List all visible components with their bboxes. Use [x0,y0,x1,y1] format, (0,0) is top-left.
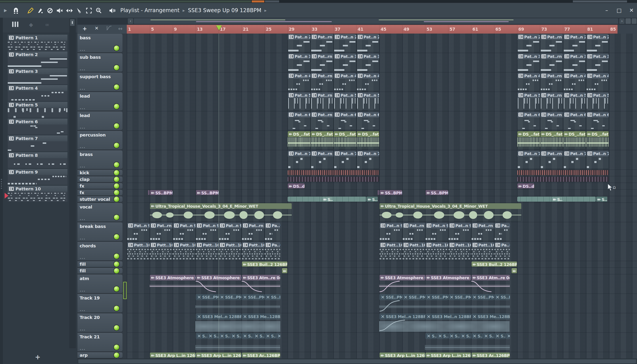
track-options-dots[interactable]: ... [80,307,86,312]
track-mute-led[interactable] [113,324,120,331]
zoom-magnifier-icon[interactable] [94,7,104,14]
pattern-item-header[interactable]: Pattern 2 [8,52,68,58]
playlist-lane[interactable]: ×SSE..PM×SSE..PM×SSE..PM×SS..M×SSE..PM×S… [127,294,637,313]
playlist-clip[interactable]: Pat..rn 4 [311,73,333,91]
playlist-clip[interactable]: ×SSE..PM [219,294,242,300]
playlist-clip[interactable]: × [506,333,510,339]
track-header-support-bass[interactable]: support bass... [77,73,123,91]
pattern-preview[interactable] [8,124,68,134]
playlist-clip[interactable]: ×SSE3 Me..128BPM [472,314,510,320]
playlist-clip[interactable]: Pat..n 3 [563,54,586,71]
playlist-clip[interactable]: Pat..n 5 [517,92,540,110]
pattern-preview[interactable] [8,91,68,101]
track-header-track-19[interactable]: Track 19... [77,294,123,312]
track-header-break-bass[interactable]: break bass... [77,222,123,241]
playlist-clip[interactable]: Pat..rn 9 [472,223,494,240]
playlist-clip[interactable]: ×S.. [426,333,437,339]
close-button[interactable]: ✕ [628,7,635,14]
link-icon[interactable]: ∞ [45,22,49,28]
track-mute-led[interactable] [113,261,120,268]
playlist-clip[interactable]: ×SS..M [265,294,280,300]
track-header-lead[interactable]: lead... [77,112,123,130]
playlist-lane[interactable] [127,170,637,176]
paint-brush-icon[interactable] [35,7,45,14]
add-track-button[interactable]: + [83,26,87,32]
playlist-lane[interactable]: Pat..n 5Pat..rn 5Pat..n 5Pat..n 5Pat..n … [127,92,637,111]
playlist-clip[interactable]: S.. [322,196,333,202]
playlist-clip[interactable]: Pat..n 7 [357,151,379,168]
playlist-clip[interactable]: ×SSE..PM [242,294,265,300]
playlist-clip[interactable]: SSE3 Atmosphere 0 [379,275,425,280]
track-mute-led[interactable] [113,183,120,189]
track-header-fill[interactable]: fill [77,268,123,274]
playlist-clip[interactable]: Pat..n 2 [563,34,586,52]
playlist-clip[interactable]: DS..d [517,183,534,188]
playlist-clip[interactable]: Pat..n 6 [334,112,356,130]
playlist-clip[interactable]: Pat..rn 4 [540,73,563,91]
track-header-arp[interactable]: arp [77,352,123,358]
playlist-clip[interactable]: ×S.. [494,333,505,339]
track-mute-led[interactable] [113,234,120,240]
performance-selection-rect[interactable] [123,282,127,299]
playlist-clip[interactable]: Pat..n 6 [517,112,540,130]
pattern-item-header[interactable]: Pattern 7 [8,136,68,141]
playlist-horizontal-minimap-scrollbar[interactable]: ‹ › [77,18,637,25]
playlist-clip[interactable]: ×S.. [483,333,494,339]
pattern-item-header[interactable]: Pattern 8 [8,152,68,158]
playlist-clip[interactable]: ×S.. [472,333,483,339]
track-header-bass[interactable]: bass... [77,34,123,52]
playlist-lane[interactable]: SSE3 Arp L..in 126BSSE3 Arp L..in 126BSS… [127,352,637,359]
playlist-clip[interactable]: Pat..n 2 [517,34,540,52]
playlist-clip[interactable]: Pat..rn 5 [540,92,563,110]
playlist-clip[interactable]: Patt..10 [449,242,471,260]
track-options-dots[interactable]: ... [80,164,86,168]
playlist-clip[interactable]: Pat..n 5 [586,92,609,110]
playlist-clip[interactable]: Pat..rn 3 [311,54,333,71]
playlist-clip[interactable]: ×S.. [231,333,242,339]
pattern-item-header[interactable]: Pattern 3 [8,68,68,74]
playlist-clip[interactable]: DS_..fat [563,131,586,149]
playlist-clip[interactable]: DS_..fat [540,131,563,149]
track-options-dots[interactable]: ... [80,255,86,260]
playback-speaker-icon[interactable] [107,7,117,14]
playlist-clip[interactable]: Patt..10 [196,242,219,260]
playlist-clip[interactable]: ×S.. [207,333,219,339]
playlist-clip[interactable]: Pat..n 4 [357,73,379,91]
track-header-brass[interactable]: brass... [77,150,123,169]
playlist-lane[interactable]: SSE3 Atmosphere 0SSE3 Atmosphere 0SSE3 A… [127,274,637,294]
playlist-clip[interactable]: ×S.. [449,333,460,339]
playlist-clip[interactable]: Pat..rn 6 [540,112,563,130]
playlist-clip[interactable]: Pat..n 3 [334,54,356,71]
playlist-clip[interactable]: Pat..n 5 [563,92,586,110]
playlist-clip[interactable]: SSE3 Arp L..in 126B [150,352,195,358]
playlist-clip[interactable] [517,177,609,182]
playlist-clip[interactable]: Pat..rn 2 [540,34,563,52]
playlist-clip[interactable]: Pat..n 5 [357,92,379,110]
track-mute-led[interactable] [113,45,120,52]
track-header-vocal[interactable]: vocal... [77,203,123,222]
track-header-track-20[interactable]: Track 20... [77,314,123,332]
stretch-tool-icon[interactable]: ↔ [118,26,123,32]
track-options-dots[interactable]: ... [80,346,86,351]
playlist-clip[interactable]: DS_..fat [586,131,609,149]
playlist-clip[interactable]: Pat..n 4 [563,73,586,91]
pattern-list-scrollbar[interactable] [69,18,76,348]
playlist-bottom-scrollbar[interactable] [77,358,637,364]
step-grid-icon[interactable] [12,22,19,27]
playlist-clip[interactable]: SSE3 Atmosphere 0 [426,275,471,280]
track-header-atm[interactable]: atm... [77,274,123,293]
playlist-clip[interactable]: ×SSE..PM [449,294,471,300]
track-mute-led[interactable] [113,176,120,183]
playlist-lane[interactable]: Pat..n 2Pat..rn 2Pat..n 2Pat..n 2Pat..n … [127,34,637,53]
playlist-lane[interactable]: Pat..n 7Pat..rn 7Pat..n 7Pat..n 7Pat..n … [127,150,637,170]
playlist-lane[interactable]: DS_..fatDS_..fatDS_..fatDS_..fatDS_..fat… [127,131,637,150]
playlist-lane[interactable]: Pat..n 3Pat..rn 3Pat..n 3Pat..n 3Pat..n … [127,53,637,72]
playlist-titlebar[interactable]: ▶ Playlist - Arrangement [0,3,637,18]
playlist-clip[interactable]: Pat..n 9 [379,223,402,240]
playlist-clip[interactable] [517,170,609,175]
playlist-clip[interactable]: Pat..n 3 [517,54,540,71]
playlist-clip[interactable]: Pat..n 4 [586,73,609,91]
playlist-clip[interactable]: SSE3 Ar..126BPM [242,352,280,358]
playlist-clip[interactable]: Pat..rn 2 [311,34,333,52]
playlist-clip[interactable]: Pa..9 [494,223,510,240]
